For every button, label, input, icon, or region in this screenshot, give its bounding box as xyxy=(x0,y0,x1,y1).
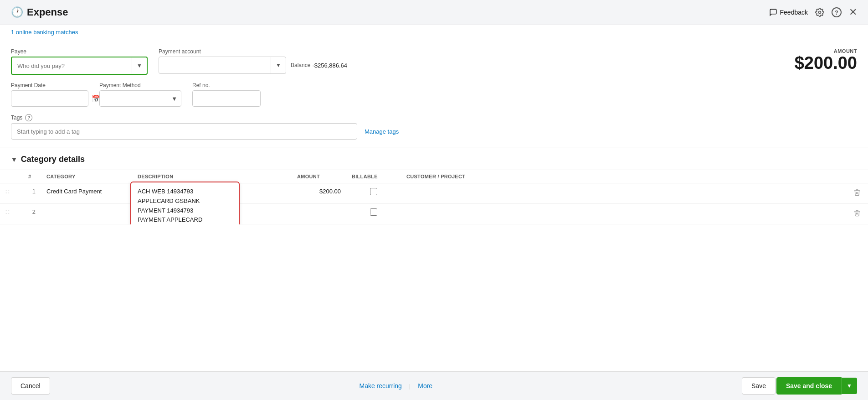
billable-checkbox[interactable] xyxy=(370,188,377,195)
amount-value: $200.00 xyxy=(795,54,857,73)
payment-account-input[interactable]: Business Checking (Chec - 2 xyxy=(159,58,271,73)
form-row-2: Payment Date 01/24/2023 📅 Payment Method… xyxy=(11,82,857,107)
col-num-label: # xyxy=(28,174,31,179)
col-amount-label: AMOUNT xyxy=(297,174,320,179)
payee-input[interactable] xyxy=(12,59,132,73)
amount-cell[interactable]: $200.00 xyxy=(292,183,346,204)
header-left: 🕐 Expense xyxy=(11,6,68,18)
col-category-label: CATEGORY xyxy=(46,174,76,179)
row-num-cell: 1 xyxy=(23,183,41,204)
section-title: Category details xyxy=(21,155,85,164)
billable-checkbox-2[interactable] xyxy=(370,208,377,216)
payment-account-label: Payment account xyxy=(159,48,347,55)
payment-date-group: Payment Date 01/24/2023 📅 xyxy=(11,82,88,107)
desc-line-3: PAYMENT 14934793 xyxy=(138,206,232,216)
col-header-customer: CUSTOMER / PROJECT xyxy=(401,170,845,183)
ref-no-input[interactable] xyxy=(192,90,261,107)
tags-label-row: Tags ? xyxy=(11,114,857,121)
payment-method-select[interactable] xyxy=(100,92,171,106)
banking-matches-link[interactable]: 1 online banking matches xyxy=(11,29,78,36)
col-header-billable: BILLABLE xyxy=(346,170,401,183)
payment-date-label: Payment Date xyxy=(11,82,88,88)
billable-cell[interactable] xyxy=(346,183,401,204)
description-cell[interactable]: ACH WEB 14934793 APPLECARD GSBANK PAYMEN… xyxy=(132,183,292,204)
balance-value: -$256,886.64 xyxy=(312,62,347,69)
payee-dropdown-button[interactable]: ▼ xyxy=(132,57,147,74)
help-icon: ? xyxy=(832,7,842,17)
customer-cell[interactable] xyxy=(401,183,845,204)
save-close-button[interactable]: Save and close xyxy=(776,377,842,395)
section-chevron-icon[interactable]: ▼ xyxy=(11,156,17,163)
table-header-row: # CATEGORY DESCRIPTION AMOUNT BILLABLE xyxy=(0,170,868,183)
footer-divider: | xyxy=(409,383,411,390)
drag-handle-cell[interactable]: ∷ xyxy=(0,183,23,204)
drag-handle-icon-2[interactable]: ∷ xyxy=(5,208,10,216)
drag-handle-icon[interactable]: ∷ xyxy=(5,188,10,195)
tags-group: Tags ? Manage tags xyxy=(11,114,857,140)
amount-cell-2[interactable] xyxy=(292,204,346,224)
category-value: Credit Card Payment xyxy=(46,188,102,195)
form-row-1: Payee ▼ Payment account Business Checkin… xyxy=(11,48,857,75)
save-close-dropdown-button[interactable]: ▼ xyxy=(842,378,857,394)
row-amount-value: $200.00 xyxy=(319,188,341,195)
manage-tags-link[interactable]: Manage tags xyxy=(365,128,399,135)
balance-label: Balance xyxy=(291,62,310,68)
tags-label: Tags xyxy=(11,114,22,121)
help-button[interactable]: ? xyxy=(832,7,842,17)
ref-no-group: Ref no. xyxy=(192,82,261,107)
payee-input-wrapper: ▼ xyxy=(11,57,148,75)
close-button[interactable]: ✕ xyxy=(849,7,857,17)
balance-section: Balance -$256,886.64 xyxy=(291,62,347,69)
delete-row-button-2[interactable] xyxy=(851,208,863,219)
delete-cell-2[interactable] xyxy=(845,204,868,224)
desc-line-1: ACH WEB 14934793 xyxy=(138,187,232,197)
payment-account-wrapper: Business Checking (Chec - 2 ▼ xyxy=(159,57,286,74)
drag-handle-cell-2[interactable]: ∷ xyxy=(0,204,23,224)
settings-button[interactable] xyxy=(815,8,824,17)
make-recurring-link[interactable]: Make recurring xyxy=(359,382,401,390)
trash-icon xyxy=(853,189,861,196)
row-num-cell-2: 2 xyxy=(23,204,41,224)
payee-group: Payee ▼ xyxy=(11,48,148,75)
category-cell[interactable]: Credit Card Payment xyxy=(41,183,132,204)
header: 🕐 Expense Feedback ? ✕ xyxy=(0,0,868,25)
payment-method-label: Payment Method xyxy=(99,82,181,88)
page-title: Expense xyxy=(27,6,68,18)
footer-center: Make recurring | More xyxy=(359,382,432,390)
desc-line-2: APPLECARD GSBANK xyxy=(138,197,232,206)
category-table-container: # CATEGORY DESCRIPTION AMOUNT BILLABLE xyxy=(0,170,868,224)
more-link[interactable]: More xyxy=(418,382,432,390)
payment-method-wrapper: ▼ xyxy=(99,90,181,107)
tags-input[interactable] xyxy=(11,123,357,140)
col-header-delete xyxy=(845,170,868,183)
billable-cell-2[interactable] xyxy=(346,204,401,224)
footer-right: Save Save and close ▼ xyxy=(742,377,857,395)
desc-line-4: PAYMENT APPLECARD xyxy=(138,215,232,224)
category-section: ▼ Category details # CATEGORY DESCRI xyxy=(0,147,868,371)
delete-cell[interactable] xyxy=(845,183,868,204)
save-button[interactable]: Save xyxy=(742,377,776,395)
payment-date-input[interactable]: 01/24/2023 xyxy=(15,95,92,102)
tags-row-wrapper: Manage tags xyxy=(11,123,857,140)
payment-account-dropdown-button[interactable]: ▼ xyxy=(271,57,286,73)
close-icon: ✕ xyxy=(849,7,857,17)
expense-clock-icon: 🕐 xyxy=(11,6,23,18)
cancel-button[interactable]: Cancel xyxy=(11,377,50,395)
gear-icon xyxy=(815,8,824,17)
payment-account-group: Payment account Business Checking (Chec … xyxy=(159,48,347,74)
feedback-button[interactable]: Feedback xyxy=(769,8,808,16)
ref-no-label: Ref no. xyxy=(192,82,261,88)
payee-label: Payee xyxy=(11,48,148,55)
tags-info-icon[interactable]: ? xyxy=(25,114,32,121)
col-header-amount: AMOUNT xyxy=(292,170,346,183)
amount-section: AMOUNT $200.00 xyxy=(795,48,857,73)
category-table: # CATEGORY DESCRIPTION AMOUNT BILLABLE xyxy=(0,170,868,224)
section-header: ▼ Category details xyxy=(0,147,868,170)
trash-icon-2 xyxy=(853,209,861,217)
banking-matches-bar: 1 online banking matches xyxy=(0,25,868,39)
delete-row-button[interactable] xyxy=(851,188,863,199)
category-cell-2[interactable] xyxy=(41,204,132,224)
table-row: ∷ 1 Credit Card Payment ACH WEB 14934793… xyxy=(0,183,868,204)
feedback-label: Feedback xyxy=(780,9,808,16)
customer-cell-2[interactable] xyxy=(401,204,845,224)
